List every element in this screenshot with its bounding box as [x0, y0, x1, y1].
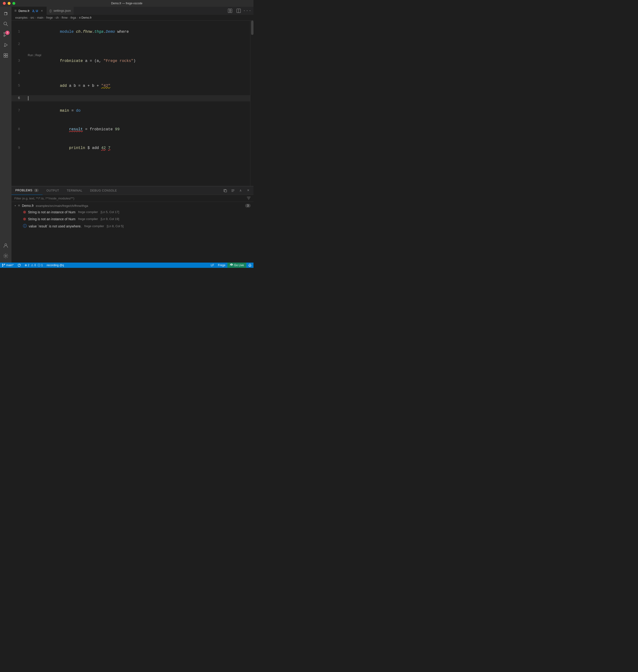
problem-file-count: 3: [245, 204, 251, 207]
problem-item-2[interactable]: ⊗ String is not an instance of Num frege…: [12, 216, 253, 222]
code-editor[interactable]: 1 module ch.fhnw.thga.Demo where 2 Run: [12, 20, 250, 186]
problem-filepath: examples/src/main/frege/ch/fhnw/thga: [36, 204, 88, 207]
code-line-8: 8 result = frobnicate 99: [12, 120, 250, 139]
sidebar-item-extensions[interactable]: [1, 51, 11, 60]
filter-input[interactable]: [14, 197, 247, 200]
extensions-icon: [3, 53, 9, 58]
breadcrumb-item-frege[interactable]: frege: [46, 16, 53, 19]
run-label[interactable]: Run: [28, 54, 33, 57]
token: = frobnicate: [83, 127, 115, 132]
notifications-button[interactable]: [246, 263, 253, 268]
tab-output[interactable]: OUTPUT: [43, 186, 63, 195]
more-actions-button[interactable]: ···: [244, 7, 251, 14]
sidebar-item-source-control[interactable]: 7: [1, 30, 11, 39]
code-line-2: 2: [12, 41, 250, 47]
errors-status[interactable]: ⊗ 2 ⚠ 0 ⓘ 1: [23, 263, 45, 268]
code-lines: 1 module ch.fhnw.thga.Demo where 2 Run: [12, 20, 250, 159]
search-icon: [3, 21, 9, 27]
code-editor-container: 1 module ch.fhnw.thga.Demo where 2 Run: [12, 20, 253, 186]
token: result: [69, 127, 83, 132]
problem-source-3: frege compiler: [83, 224, 104, 228]
line-number-8: 8: [12, 126, 24, 133]
sync-status[interactable]: [16, 263, 23, 268]
go-live-icon: [230, 264, 233, 267]
breadcrumb-item-main[interactable]: main: [37, 16, 43, 19]
breadcrumb-item-thga[interactable]: thga: [70, 16, 76, 19]
line-content-7: main = do: [24, 101, 250, 120]
line-content-6: [24, 95, 250, 101]
copy-panel-icon[interactable]: [222, 187, 229, 194]
panel-actions: ∧ ×: [222, 187, 253, 194]
tab-problems[interactable]: PROBLEMS 3: [12, 186, 43, 195]
problem-message-2: String is not an instance of Num: [28, 217, 75, 221]
svg-rect-8: [6, 54, 8, 55]
problem-source-1: frege compiler: [77, 210, 98, 214]
collapse-panel-button[interactable]: ∧: [237, 187, 244, 194]
problem-item-1[interactable]: ⊗ String is not an instance of Num frege…: [12, 208, 253, 216]
line-content-5: add a b = a + b + "42": [24, 77, 250, 95]
go-live-button[interactable]: Go Live: [228, 263, 246, 268]
eol-status[interactable]: LF: [209, 263, 216, 268]
go-live-label: Go Live: [234, 264, 244, 267]
problem-item-3[interactable]: ⓘ value `result` is not used anywhere. f…: [12, 222, 253, 230]
token: [106, 146, 108, 150]
repl-label[interactable]: Repl: [35, 54, 41, 57]
clear-panel-button[interactable]: [230, 187, 236, 194]
recording-label: recording @q: [47, 264, 64, 267]
editor-area: ≡ Demo.fr 2, U × {} settings.json: [12, 7, 253, 263]
token: main: [60, 108, 69, 113]
minimize-button[interactable]: [8, 2, 11, 5]
tab-debug-console-label: DEBUG CONSOLE: [90, 189, 117, 192]
breadcrumb-item-ch[interactable]: ch: [56, 16, 59, 19]
token: "Frege rocks": [103, 59, 133, 63]
breadcrumb-item-fhnw[interactable]: fhnw: [62, 16, 67, 19]
problem-message-1: String is not an instance of Num: [28, 210, 75, 214]
token: do: [76, 108, 81, 113]
recording-status[interactable]: recording @q: [45, 263, 66, 268]
sidebar-item-run-debug[interactable]: [1, 40, 11, 50]
line-content-9: println $ add 42 7: [24, 139, 250, 157]
scroll-thumb: [251, 20, 253, 35]
tab-close-button[interactable]: ×: [40, 9, 44, 13]
sidebar-item-search[interactable]: [1, 19, 11, 29]
error-icon-2: ⊗: [23, 217, 26, 221]
token: 7: [108, 146, 111, 150]
tab-bar: ≡ Demo.fr 2, U × {} settings.json: [12, 7, 253, 15]
problem-file-header[interactable]: ▾ ≡ Demo.fr examples/src/main/frege/ch/f…: [12, 203, 253, 208]
tab-settings-json[interactable]: {} settings.json: [47, 7, 74, 15]
close-button[interactable]: [3, 2, 6, 5]
tab-demo-fr[interactable]: ≡ Demo.fr 2, U ×: [12, 7, 47, 15]
line-number-4: 4: [12, 70, 24, 77]
breadcrumb-item-examples[interactable]: examples: [15, 16, 28, 19]
token: .: [81, 30, 83, 34]
token: =: [69, 108, 76, 113]
language-status[interactable]: Frege: [216, 263, 227, 268]
token: [60, 127, 69, 132]
line-number-3: 3: [12, 58, 24, 64]
breadcrumb-item-file[interactable]: ≡ Demo.fr: [79, 16, 91, 19]
token: module: [60, 30, 76, 34]
layout-icon[interactable]: [235, 7, 242, 14]
tab-terminal[interactable]: TERMINAL: [63, 186, 86, 195]
token: where: [115, 30, 129, 34]
status-bar: main* ⊗ 2 ⚠ 0 ⓘ 1 recording @q LF Frege: [0, 263, 253, 268]
explorer-icon: ❐: [4, 10, 7, 17]
branch-icon[interactable]: [227, 7, 233, 14]
svg-rect-17: [224, 190, 227, 192]
code-lens[interactable]: Run | Repl: [28, 52, 41, 58]
minimap: [250, 20, 253, 186]
close-panel-button[interactable]: ×: [245, 187, 252, 194]
token: 99: [115, 127, 120, 132]
token: $ add: [85, 146, 101, 150]
token: [60, 146, 69, 150]
error-icon-1: ⊗: [23, 210, 26, 214]
filter-icon[interactable]: [247, 196, 251, 200]
maximize-button[interactable]: [13, 2, 15, 5]
tab-debug-console[interactable]: DEBUG CONSOLE: [86, 186, 121, 195]
sidebar-item-settings[interactable]: [1, 251, 11, 261]
breadcrumb-item-src[interactable]: src: [30, 16, 34, 19]
sidebar-item-account[interactable]: [1, 240, 11, 250]
sidebar-item-explorer[interactable]: ❐: [1, 9, 11, 18]
main-layout: ❐ 7: [0, 7, 253, 263]
branch-status[interactable]: main*: [0, 263, 16, 268]
